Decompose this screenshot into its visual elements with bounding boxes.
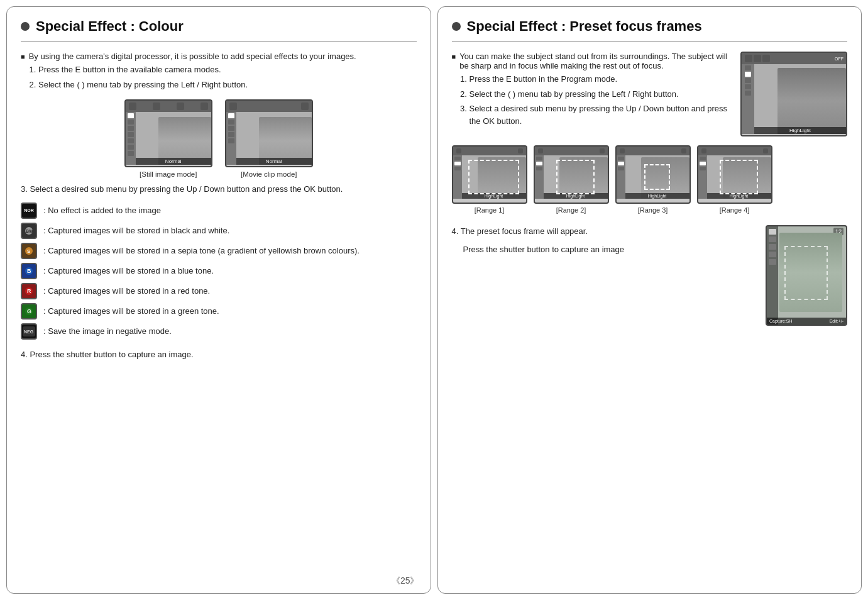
range2-caption: [Range 2]: [556, 206, 586, 214]
range-images-row: HighLight [Range 1]: [452, 145, 848, 214]
svg-text:G: G: [27, 308, 31, 314]
top-cam-off: OFF: [835, 57, 843, 61]
m-sidebar-item-1: [228, 113, 234, 118]
top-cam-label: HighLight: [754, 127, 846, 134]
range2-block: HighLight [Range 2]: [534, 145, 609, 214]
cam-sidebar-movie: [226, 112, 236, 165]
range4-screen: HighLight: [697, 145, 772, 204]
icon-neg: NEG: [21, 323, 37, 340]
icon-nor: NOR: [21, 203, 37, 219]
cam-icon-m2: [301, 103, 309, 110]
still-caption: [Still image mode]: [140, 170, 197, 178]
r1-s2: [454, 162, 461, 165]
movie-camera-screen: Normal: [225, 99, 313, 167]
camera-images-row: Normal [Still image mode]: [21, 99, 417, 178]
cam-icon-3: [177, 103, 184, 110]
icon-sepia: S: [21, 243, 37, 259]
top-cam-sidebar: [742, 64, 754, 134]
right-step1: Press the E button in the Program mode.: [470, 73, 732, 86]
intro-text: By using the camera's digital processor,…: [29, 52, 356, 61]
r4-icon1: [701, 148, 706, 153]
svg-text:B: B: [27, 268, 31, 274]
b-left-item-5: [769, 259, 776, 265]
top-camera-screen: OFF HighLight: [740, 52, 847, 136]
t-s5: [745, 91, 751, 96]
sub-label-blue: : Captured images will be stored in a bl…: [43, 265, 214, 277]
sub-label-bw: : Captured images will be stored in blac…: [43, 225, 229, 237]
top-cam-icon1: [745, 55, 752, 62]
range3-frame: [644, 164, 670, 190]
sub-item-neg: NEG : Save the image in negative mode.: [21, 323, 417, 340]
cam-main-movie: Normal: [236, 112, 312, 165]
m-sidebar-item-4: [228, 132, 234, 137]
r4-s2: [700, 162, 706, 165]
sidebar-item-7: [128, 151, 134, 156]
t-s2: [745, 72, 751, 77]
sub-label-nor: : No effect is added to the image: [43, 204, 161, 217]
icon-red: R: [21, 283, 37, 299]
r2-s2: [536, 162, 542, 165]
page-number: 《25》: [392, 575, 419, 587]
r2-icon1: [538, 148, 543, 153]
range1-block: HighLight [Range 1]: [452, 145, 527, 214]
t-s1: [745, 65, 751, 70]
bottom-cam-bar: Capture:SH Edit:+/-: [767, 318, 846, 325]
left-title: Special Effect : Colour: [36, 18, 184, 35]
r2-body: HighLight: [535, 155, 608, 199]
top-cam-icon3: [762, 55, 770, 62]
step1-text: Press the E button in the available came…: [38, 65, 221, 74]
r2-s3: [536, 167, 542, 170]
range1-caption: [Range 1]: [475, 206, 505, 214]
range1-screen: HighLight: [452, 145, 527, 204]
b-left-item-1: [769, 229, 776, 235]
cam-icon-1: [129, 103, 136, 110]
r2-top: [535, 147, 608, 155]
cam-main-still: Normal: [136, 112, 211, 165]
cam-top-bar-movie: [226, 101, 312, 112]
r3-s2: [618, 162, 624, 165]
range4-caption: [Range 4]: [720, 206, 750, 214]
r1-s3: [454, 167, 461, 170]
still-image-block: Normal [Still image mode]: [124, 99, 212, 178]
r4-s1: [700, 157, 706, 160]
range3-caption: [Range 3]: [638, 206, 668, 214]
right-header: Special Effect : Preset focus frames: [452, 18, 848, 42]
sub-label-sepia: : Captured images will be stored in a se…: [43, 245, 360, 257]
r3-main: HighLight: [625, 155, 689, 199]
r3-label: HighLight: [625, 193, 689, 199]
icon-green: G: [21, 303, 37, 319]
right-intro-list: You can make the subject stand out from …: [452, 52, 732, 70]
sub-item-nor: NOR : No effect is added to the image: [21, 203, 417, 219]
t-s3: [745, 78, 751, 83]
cam-label-bar-movie: Normal: [236, 158, 312, 165]
svg-text:R: R: [27, 288, 31, 294]
right-section: Special Effect : Preset focus frames You…: [437, 6, 862, 594]
r3-body: HighLight: [617, 155, 689, 199]
range4-frame: [720, 160, 758, 194]
step1: Press the E button in the available came…: [38, 64, 417, 76]
r1-body: HighLight: [453, 155, 526, 199]
right-intro: You can make the subject stand out from …: [459, 52, 732, 70]
m-sidebar-item-5: [228, 138, 234, 143]
top-cam-main: HighLight: [754, 64, 846, 134]
left-intro-list: By using the camera's digital processor,…: [21, 52, 417, 61]
right-header-dot: [452, 22, 461, 31]
right-step3: Select a desired sub menu by pressing th…: [470, 103, 732, 127]
bottom-text-block: 4. The preset focus frame will appear. P…: [452, 225, 754, 262]
right-step2: Select the ( ) menu tab by pressing the …: [470, 88, 732, 101]
sub-item-red: R : Captured images will be stored in a …: [21, 283, 417, 299]
b-left-item-3: [769, 244, 776, 250]
cam-body-still: Normal: [126, 112, 211, 165]
right-title: Special Effect : Preset focus frames: [467, 18, 702, 35]
movie-image-block: Normal [Movie clip mode]: [225, 99, 313, 178]
bottom-edit-label: Edit:+/-: [830, 319, 843, 323]
top-cam-icon2: [754, 55, 761, 62]
range2-frame: [556, 160, 595, 194]
step2-text: Select the ( ) menu tab by pressing the …: [38, 80, 248, 89]
right-intro-item: You can make the subject stand out from …: [452, 52, 732, 70]
top-cam-body: HighLight: [742, 64, 846, 134]
r1-sidebar: [453, 155, 462, 199]
r1-main: HighLight: [462, 155, 526, 199]
step3-text: 3. Select a desired sub menu by pressing…: [21, 183, 417, 196]
movie-caption: [Movie clip mode]: [241, 170, 297, 178]
